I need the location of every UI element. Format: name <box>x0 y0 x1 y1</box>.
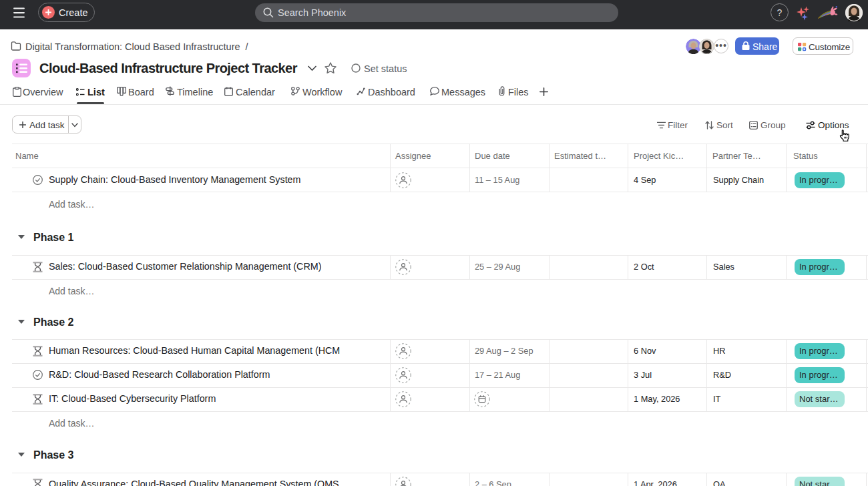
svg-text:?: ? <box>777 7 783 18</box>
